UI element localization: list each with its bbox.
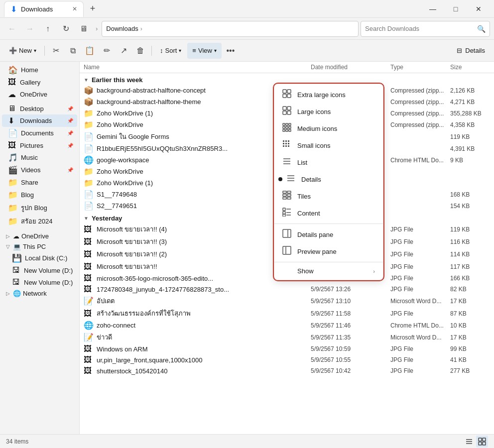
menu-item-details-pane[interactable]: Details pane: [274, 226, 383, 243]
menu-item-details[interactable]: Details: [274, 171, 383, 188]
sidebar-item-documents[interactable]: 📄 Documents 📌: [2, 127, 77, 139]
cut-button[interactable]: ✂: [48, 43, 64, 59]
list-view-button[interactable]: [463, 436, 475, 448]
svg-rect-21: [285, 143, 287, 144]
sidebar-item-onedrive-top[interactable]: ☁ OneDrive: [2, 88, 77, 101]
sidebar-item-summer2024[interactable]: 📁 สรัอย 2024: [2, 215, 77, 228]
content-icon: [282, 208, 292, 219]
sidebar-item-videos[interactable]: 🎬 Videos 📌: [2, 164, 77, 176]
svg-rect-36: [283, 197, 286, 199]
sidebar-network-section[interactable]: ▷ 🌐 Network: [2, 288, 77, 299]
forward-button[interactable]: →: [22, 21, 38, 37]
up-button[interactable]: ↑: [40, 21, 56, 37]
menu-item-preview-pane[interactable]: Preview pane: [274, 243, 383, 260]
newvol1-icon: 🖫: [12, 266, 21, 275]
menu-item-tiles[interactable]: Tiles: [274, 188, 383, 205]
table-row[interactable]: 🖼ur,pin_large_front,square,1000x10005/9/…: [80, 354, 494, 365]
svg-rect-37: [287, 197, 291, 199]
file-icon: 📄: [84, 190, 94, 199]
sidebar-item-localdisk[interactable]: 💾 Local Disk (C:): [2, 252, 77, 264]
minimize-button[interactable]: —: [421, 1, 444, 17]
menu-item-medium-icons[interactable]: Medium icons: [274, 120, 383, 137]
sidebar: 🏠 Home 🖼 Gallery ☁ OneDrive 🖥 Desktop 📌 …: [0, 62, 80, 434]
sidebar-item-blog-pic[interactable]: 📁 รูปก Blog: [2, 201, 77, 215]
view-button[interactable]: 🖥: [76, 21, 92, 37]
sidebar-item-downloads[interactable]: ⬇ Downloads 📌: [2, 114, 77, 127]
breadcrumb-location: Downloads: [106, 25, 138, 32]
downloads-tab[interactable]: ⬇ Downloads ✕: [4, 1, 84, 17]
refresh-button[interactable]: ↻: [58, 21, 74, 37]
sort-icon: ↕: [160, 47, 163, 54]
table-row[interactable]: 🖼shutterstock_1054201405/9/2567 10:42JPG…: [80, 365, 494, 376]
svg-rect-38: [283, 208, 285, 211]
table-row[interactable]: 🖼1724780348_junyub_4-1724776828873_sto..…: [80, 284, 494, 295]
view-mode-buttons: [463, 436, 488, 448]
menu-item-small-icons[interactable]: Small icons: [274, 137, 383, 154]
table-row[interactable]: 🖼สร้างวัฒนธรรมองค์กรที่ใช้โสุภาพ5/9/2567…: [80, 307, 494, 320]
maximize-button[interactable]: □: [444, 1, 467, 17]
svg-rect-52: [483, 438, 486, 441]
sidebar-thispc-section[interactable]: ▽ 💻 This PC: [2, 241, 77, 252]
sidebar-item-newvol2[interactable]: 🖫 New Volume (D:): [2, 276, 77, 288]
more-button[interactable]: •••: [223, 43, 239, 59]
file-icon: 📝: [84, 296, 94, 306]
sidebar-onedrive-section[interactable]: ▷ ☁ OneDrive: [2, 231, 77, 241]
svg-rect-9: [286, 123, 288, 125]
file-icon: 🖼: [84, 285, 94, 294]
menu-item-extra-large-icons[interactable]: Extra large icons: [274, 86, 383, 103]
menu-item-show[interactable]: Show ›: [274, 264, 383, 278]
menu-item-list[interactable]: List: [274, 154, 383, 171]
rename-button[interactable]: ✏: [99, 43, 115, 59]
group-header-earlier[interactable]: ▼ Earlier this week: [80, 73, 494, 85]
share-button[interactable]: ↗: [116, 43, 131, 59]
videos-icon: 🎬: [8, 165, 18, 175]
back-button[interactable]: ←: [4, 21, 20, 37]
sidebar-item-newvol1[interactable]: 🖫 New Volume (D:): [2, 264, 77, 276]
table-row[interactable]: 📝ข่าวดี5/9/2567 11:35Microsoft Word D...…: [80, 331, 494, 343]
pin-icon-docs: 📌: [67, 130, 73, 136]
sidebar-item-pictures[interactable]: 🖼 Pictures 📌: [2, 139, 77, 151]
svg-rect-32: [283, 191, 286, 193]
sidebar-item-music[interactable]: 🎵 Music: [2, 151, 77, 164]
show-submenu-chevron-icon: ›: [373, 268, 375, 274]
sidebar-item-blog[interactable]: 📁 Blog: [2, 189, 77, 201]
svg-rect-5: [287, 107, 291, 110]
small-icons-icon: [282, 140, 292, 151]
table-row[interactable]: 🖼Windows on ARM5/9/2567 10:59JPG File99 …: [80, 343, 494, 354]
status-bar: 34 items: [0, 434, 494, 448]
search-box: 🔍: [361, 21, 490, 37]
file-icon: 📁: [84, 120, 94, 129]
search-input[interactable]: [365, 25, 474, 32]
table-row[interactable]: 🌐zoho-connect5/9/2567 11:46Chrome HTML D…: [80, 320, 494, 331]
sidebar-item-home[interactable]: 🏠 Home: [2, 64, 77, 76]
svg-rect-8: [283, 123, 285, 125]
svg-rect-22: [288, 143, 289, 144]
search-icon[interactable]: 🔍: [477, 25, 486, 33]
paste-button[interactable]: 📋: [82, 43, 98, 59]
menu-item-content[interactable]: Content: [274, 205, 383, 222]
menu-item-large-icons[interactable]: Large icons: [274, 103, 383, 120]
tab-area: ⬇ Downloads ✕ +: [4, 1, 421, 17]
file-icon: 📁: [84, 167, 94, 176]
details-button[interactable]: ⊟ Details: [452, 45, 490, 56]
group-chevron-earlier: ▼: [84, 77, 89, 83]
new-button[interactable]: ➕ New ▾: [4, 43, 41, 59]
tab-close-button[interactable]: ✕: [72, 5, 77, 12]
details-view-button[interactable]: [476, 436, 488, 448]
view-icon: ≡: [192, 47, 196, 54]
new-tab-button[interactable]: +: [86, 2, 100, 16]
close-button[interactable]: ✕: [467, 1, 490, 17]
breadcrumb[interactable]: Downloads ›: [102, 21, 359, 37]
sidebar-item-desktop[interactable]: 🖥 Desktop 📌: [2, 103, 77, 114]
list-icon: [282, 157, 292, 168]
view-menu-button[interactable]: ≡ View ▾: [187, 43, 222, 59]
file-icon: 📁: [84, 109, 94, 118]
table-row[interactable]: 📝อัปเดต5/9/2567 13:10Microsoft Word D...…: [80, 295, 494, 307]
sidebar-item-share[interactable]: 📁 Share: [2, 176, 77, 189]
menu-separator-1: [274, 224, 383, 224]
delete-button[interactable]: 🗑: [132, 43, 148, 59]
sidebar-item-gallery[interactable]: 🖼 Gallery: [2, 76, 77, 88]
sort-chevron-icon: ▾: [179, 48, 181, 53]
sort-button[interactable]: ↕ Sort ▾: [155, 43, 186, 59]
copy-button[interactable]: ⧉: [65, 43, 81, 59]
